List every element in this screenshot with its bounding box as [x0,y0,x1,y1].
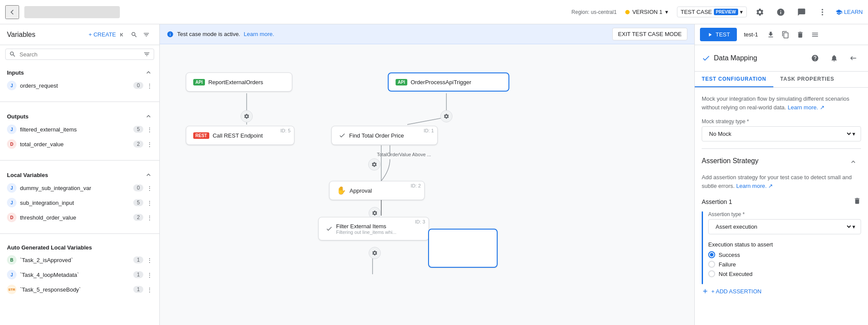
gear-node-3[interactable] [368,158,380,171]
list-item[interactable]: D total_order_value 2 ⋮ [0,137,159,151]
more-options-button[interactable] [815,4,830,20]
assertion-strategy-title: Assertion Strategy [702,157,845,165]
version-button[interactable]: VERSION 1 ▾ [622,7,671,17]
assertion-type-select-wrapper[interactable]: Assert execution ▾ [708,219,861,234]
canvas-notice: Test case mode is active. Learn more. EX… [160,24,694,44]
assertion-type-select[interactable]: Assert execution [714,223,852,230]
panel-learn-more-link[interactable]: Learn more. ↗ [788,104,825,111]
settings-button[interactable] [752,4,768,20]
assertion-learn-more-link[interactable]: Learn more. ↗ [736,183,773,189]
list-item[interactable]: J filtered_external_items 5 ⋮ [0,122,159,137]
report-external-orders-node[interactable]: API ReportExternalOrders [186,72,292,92]
create-variable-button[interactable]: + CREATE [89,31,116,38]
panel-expand-button[interactable] [845,50,861,66]
copy-button[interactable] [780,29,791,40]
node-sublabel: Filtering out line_items whi... [336,230,396,235]
list-item[interactable]: J dummy_sub_integration_var 0 ⋮ [0,181,159,195]
mock-strategy-select[interactable]: No Mock [707,130,852,138]
auto-generated-section: Auto Generated Local Variables B `Task_2… [0,239,159,300]
var-more-button[interactable]: ⋮ [147,272,152,278]
test-case-button[interactable]: TEST CASE PREVIEW ▾ [677,7,747,17]
total-order-value-label: TotalOrderValue Above ... [377,152,431,157]
approval-node[interactable]: ✋ Approval ID: 2 [329,181,425,200]
delete-test-button[interactable] [795,29,806,40]
local-variables-title: Local Variables [7,172,145,178]
feedback-button[interactable] [794,4,809,20]
add-assertion-button[interactable]: + ADD ASSERTION [702,284,762,298]
download-button[interactable] [765,29,776,40]
run-test-button[interactable]: TEST [700,28,737,41]
learn-more-link[interactable]: Learn more. [244,31,274,37]
var-more-button[interactable]: ⋮ [147,82,152,89]
var-badge: J [7,125,17,134]
var-count: 5 [133,126,143,133]
tab-task-properties[interactable]: TASK PROPERTIES [773,72,841,87]
mock-strategy-select-wrapper[interactable]: No Mock ▾ [702,126,861,141]
exit-test-mode-button[interactable]: EXIT TEST CASE MODE [612,28,687,40]
panel-help-button[interactable] [807,50,823,66]
radio-dot-success [710,253,713,256]
bottom-node[interactable] [428,229,498,268]
delete-assertion-button[interactable] [853,197,861,206]
list-item[interactable]: J sub_integration_input 5 ⋮ [0,195,159,210]
svg-point-0 [822,9,823,10]
var-name: `Task_4_loopMetadata` [20,272,130,278]
gear-node-1[interactable] [241,110,253,122]
learn-button[interactable]: LEARN [835,9,863,16]
radio-not-executed[interactable]: Not Executed [708,270,861,277]
info-button[interactable] [773,4,789,20]
learn-label: LEARN [844,9,863,15]
menu-button[interactable] [809,29,821,40]
radio-not-executed-label: Not Executed [719,271,752,277]
filter-icon [143,51,150,58]
var-more-button[interactable]: ⋮ [147,257,152,263]
var-more-button[interactable]: ⋮ [147,214,152,221]
local-variables-header[interactable]: Local Variables [0,169,159,181]
panel-header: Data Mapping [695,45,868,72]
list-item[interactable]: B `Task_2_isApproved` 1 ⋮ [0,253,159,267]
mock-strategy-label: Mock strategy type * [702,118,861,125]
canvas-area: Test case mode is active. Learn more. EX… [160,24,694,325]
list-item[interactable]: J orders_request 0 ⋮ [0,78,159,93]
node-label: OrderProcessApiTrigger [411,79,472,85]
var-count: 1 [133,256,143,263]
var-name: dummy_sub_integration_var [20,185,130,191]
radio-failure[interactable]: Failure [708,261,861,268]
radio-success[interactable]: Success [708,251,861,258]
assertion-strategy-collapse-button[interactable] [845,154,861,170]
collapse-sidebar-button[interactable] [116,29,128,41]
var-more-button[interactable]: ⋮ [147,286,152,293]
tab-test-configuration[interactable]: TEST CONFIGURATION [695,72,773,87]
filter-button[interactable] [140,29,152,41]
outputs-chevron-icon [145,112,152,120]
back-button[interactable] [5,5,19,19]
gear-node-2[interactable] [440,110,452,122]
panel-notifications-button[interactable] [826,50,842,66]
list-item[interactable]: D threshold_order_value 2 ⋮ [0,210,159,225]
filter-external-items-node[interactable]: Filter External Items Filtering out line… [318,217,429,240]
list-item[interactable]: STR `Task_5_responseBody` 1 ⋮ [0,282,159,297]
var-more-button[interactable]: ⋮ [147,200,152,206]
var-count: 1 [133,271,143,278]
test-case-chevron-icon: ▾ [740,9,743,15]
node-id: ID: 1 [424,128,434,133]
order-process-trigger-node[interactable]: API OrderProcessApiTrigger [388,72,509,92]
tab-test-config-label: TEST CONFIGURATION [702,76,766,82]
var-badge: STR [7,285,17,294]
assertion-strategy-section: Assertion Strategy Add assertion strateg… [702,154,861,298]
inputs-section-header[interactable]: Inputs [0,67,159,78]
gear-node-5[interactable] [369,247,381,259]
test-name-label: test-1 [740,31,762,38]
call-rest-endpoint-node[interactable]: REST Call REST Endpoint ID: 5 [186,126,294,145]
outputs-section-header[interactable]: Outputs [0,111,159,122]
version-dot [625,10,630,14]
var-count: 0 [133,82,143,89]
list-item[interactable]: J `Task_4_loopMetadata` 1 ⋮ [0,267,159,282]
find-total-order-price-node[interactable]: Find Total Order Price ID: 1 [331,126,438,145]
var-more-button[interactable]: ⋮ [147,141,152,148]
var-more-button[interactable]: ⋮ [147,126,152,133]
auto-generated-header[interactable]: Auto Generated Local Variables [0,243,159,253]
search-input[interactable] [20,51,140,58]
zoom-button[interactable] [128,29,140,41]
var-more-button[interactable]: ⋮ [147,185,152,191]
